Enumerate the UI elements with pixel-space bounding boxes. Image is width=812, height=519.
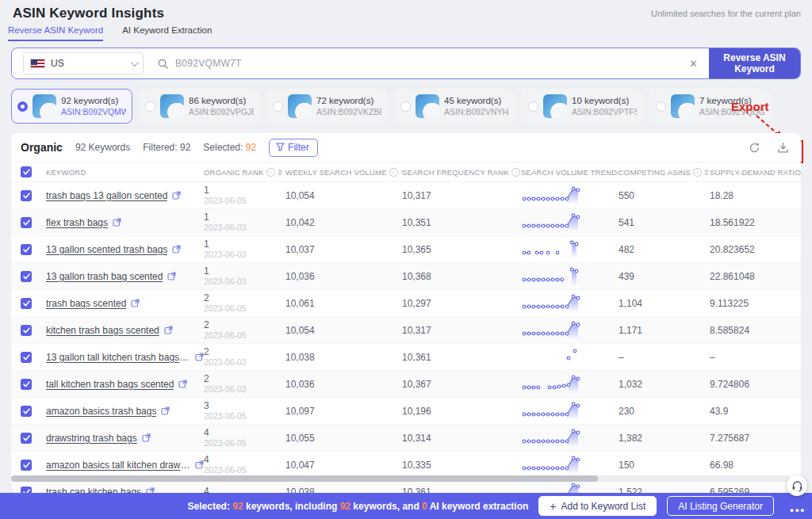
row-checkbox-checked[interactable] [21, 298, 32, 309]
radio-unchecked[interactable] [400, 101, 411, 112]
asin-label: ASIN:B092VQMW7T [61, 107, 126, 117]
keyword-link[interactable]: amazon basics trash bags [46, 406, 156, 417]
radio-unchecked[interactable] [656, 101, 666, 112]
support-chat-button[interactable] [787, 475, 807, 496]
external-link-icon[interactable] [167, 272, 176, 280]
keyword-link[interactable]: trash can kitchen bags [46, 487, 141, 494]
sort-icon[interactable] [704, 169, 709, 176]
keyword-link[interactable]: amazon basics tall kitchen drawstrin... [46, 460, 190, 471]
column-label: ORGANIC RANK [204, 168, 264, 177]
external-link-icon[interactable] [161, 406, 170, 415]
row-checkbox-checked[interactable] [21, 406, 32, 417]
select-all-checkbox[interactable] [21, 166, 32, 177]
refresh-button[interactable] [745, 139, 763, 156]
weekly-search-volume-cell: 10,042 [285, 217, 402, 228]
external-link-icon[interactable] [142, 433, 151, 442]
keyword-link[interactable]: 13 gallon tall kitchen trash bags sce... [46, 352, 190, 363]
keywords-count: 92 Keywords [75, 142, 130, 153]
info-icon[interactable]: i [511, 168, 520, 177]
external-link-icon[interactable] [195, 353, 204, 361]
export-annotation-label: Export [731, 100, 769, 113]
row-checkbox-checked[interactable] [21, 379, 32, 390]
external-link-icon[interactable] [178, 380, 187, 388]
row-checkbox-checked[interactable] [21, 325, 32, 336]
external-link-icon[interactable] [195, 460, 204, 469]
filtered-count: Filtered: 92 [143, 142, 190, 153]
asin-card-5[interactable]: 10 keyword(s)ASIN:B092VPTFS5 [522, 89, 643, 124]
keyword-link[interactable]: kitchen trash bags scented [46, 325, 159, 336]
filter-button[interactable]: Filter [269, 139, 318, 157]
radio-unchecked[interactable] [528, 101, 538, 112]
headset-icon [791, 480, 803, 492]
clear-search-icon[interactable]: ✕ [689, 58, 698, 70]
reverse-asin-keyword-button[interactable]: Reverse ASIN Keyword [709, 48, 800, 79]
keyword-link[interactable]: drawstring trash bags [46, 433, 137, 444]
horizontal-scrollbar-thumb[interactable] [11, 475, 598, 482]
search-volume-trend-sparkline [521, 292, 619, 315]
keyword-link[interactable]: tall kitchen trash bags scented [46, 379, 174, 390]
info-icon[interactable]: i [389, 168, 398, 177]
asin-card-1[interactable]: 92 keyword(s)ASIN:B092VQMW7T [11, 89, 132, 124]
keyword-link[interactable]: flex trash bags [46, 217, 108, 228]
add-to-keyword-list-button[interactable]: + Add to Keyword List [538, 496, 657, 516]
rank-date: 2023-06-03 [204, 384, 285, 395]
asin-card-3[interactable]: 72 keyword(s)ASIN:B092VKZB89 [266, 89, 388, 124]
external-link-icon[interactable] [172, 245, 181, 254]
info-icon[interactable]: i [693, 168, 702, 177]
supply-demand-ratio-cell: 66.98 [710, 460, 801, 471]
checkbox-cell [11, 379, 46, 390]
country-select[interactable]: US [23, 52, 144, 74]
info-icon[interactable]: i [266, 168, 275, 177]
row-checkbox-checked[interactable] [21, 352, 32, 363]
external-link-icon[interactable] [172, 191, 181, 200]
supply-demand-ratio-cell: 43.9 [710, 406, 801, 417]
row-checkbox-checked[interactable] [21, 217, 32, 228]
rank-value: 4 [204, 427, 285, 438]
asin-card-text: 45 keyword(s)ASIN:B092VNYHZW [444, 95, 509, 117]
tab-reverse-asin-keyword[interactable]: Reverse ASIN Keyword [8, 25, 103, 41]
weekly-search-volume-cell: 10,047 [285, 460, 402, 471]
row-checkbox-checked[interactable] [21, 487, 32, 494]
search-volume-trend-sparkline [521, 211, 619, 235]
keyword-table-card: Organic 92 Keywords Filtered: 92 Selecte… [11, 133, 801, 493]
radio-checked[interactable] [17, 101, 28, 112]
external-link-icon[interactable] [113, 218, 121, 227]
horizontal-scrollbar[interactable] [11, 475, 790, 482]
keyword-link[interactable]: trash bags scented [46, 298, 126, 309]
keyword-count: 86 keyword(s) [189, 95, 254, 106]
radio-unchecked[interactable] [273, 101, 283, 112]
sort-icon[interactable] [278, 169, 282, 176]
search-volume-trend-sparkline [521, 345, 619, 369]
external-link-icon[interactable] [164, 326, 173, 334]
row-checkbox-checked[interactable] [21, 244, 32, 255]
row-checkbox-checked[interactable] [21, 271, 32, 282]
keyword-link[interactable]: 13 gallon trash bag scented [46, 271, 163, 282]
product-thumbnail [543, 94, 567, 118]
row-checkbox-checked[interactable] [21, 460, 32, 471]
competing-asins-cell: 150 [619, 460, 710, 471]
weekly-search-volume-cell: 10,055 [285, 433, 402, 444]
row-checkbox-checked[interactable] [21, 190, 32, 201]
more-options-dots[interactable]: ••• [790, 504, 806, 516]
external-link-icon[interactable] [131, 299, 140, 307]
competing-asins-cell: 1,104 [619, 298, 710, 309]
supply-demand-ratio-cell: – [710, 352, 801, 363]
organic-rank-cell: 42023-06-05 [204, 454, 285, 475]
section-label: Organic [21, 141, 63, 154]
asin-card-4[interactable]: 45 keyword(s)ASIN:B092VNYHZW [394, 89, 515, 124]
ai-listing-generator-button[interactable]: AI Listing Generator [667, 496, 774, 516]
asin-card-2[interactable]: 86 keyword(s)ASIN:B092VPGJB9 [139, 89, 260, 124]
table-header-row: KEYWORDORGANIC RANKiWEEKLY SEARCH VOLUME… [11, 162, 801, 182]
radio-unchecked[interactable] [145, 101, 155, 112]
tab-ai-keyword-extraction[interactable]: AI Keyword Extraction [122, 25, 212, 41]
product-thumbnail [288, 94, 312, 118]
export-download-button[interactable] [774, 139, 791, 156]
row-checkbox-checked[interactable] [21, 433, 32, 444]
external-link-icon[interactable] [146, 487, 155, 493]
column-header-supply-demand-ratio: SUPPLY-DEMAND RATIOi [710, 168, 801, 177]
asin-search-input[interactable]: B092VQMW7T [158, 58, 689, 69]
keyword-link[interactable]: 13 gallon scented trash bags [46, 244, 167, 255]
keyword-link[interactable]: trash bags 13 gallon scented [46, 190, 167, 201]
search-frequency-rank-cell: 10,365 [402, 244, 521, 255]
column-header-organic-rank: ORGANIC RANKi [204, 168, 285, 177]
